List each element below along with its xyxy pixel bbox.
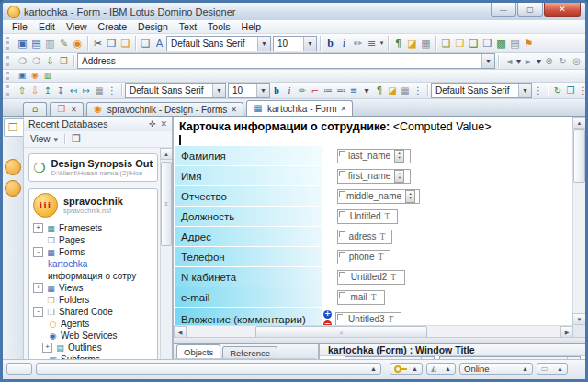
tree-item-shared-code[interactable]: - ❒ Shared Code xyxy=(33,306,155,318)
menu-view[interactable]: View xyxy=(61,21,93,32)
chevron-down-icon[interactable]: ▼ xyxy=(212,84,225,97)
list-item-spravochnik[interactable]: iii spravochnik spravochnik.nsf + ▦ Fram… xyxy=(28,188,158,371)
back-icon[interactable]: ◄ xyxy=(502,57,515,66)
menu-design[interactable]: Design xyxy=(132,21,174,32)
menu-create[interactable]: Create xyxy=(93,21,133,32)
chevron-down-icon[interactable]: ▼ xyxy=(257,37,270,51)
sidebar-scrollbar[interactable]: ▲ ≡ ▼ xyxy=(160,148,172,371)
font-family-combo[interactable]: Default Sans Serif ▼ xyxy=(166,36,271,51)
chevron-down-icon[interactable]: ▼ xyxy=(481,54,494,68)
flag-icon[interactable]: ⚑ xyxy=(522,39,536,49)
menu-text[interactable]: Text xyxy=(174,21,202,32)
field-box-untitled3[interactable]: Untitled3 T xyxy=(335,312,401,326)
italic-icon[interactable]: i xyxy=(283,86,296,96)
move-down-icon[interactable]: ↧ xyxy=(54,86,67,96)
forward-icon[interactable]: ► xyxy=(522,57,536,66)
pin-icon[interactable]: ✜ xyxy=(149,119,156,129)
preview-notes-icon[interactable]: ❐ xyxy=(564,86,577,96)
toolbar-grip[interactable] xyxy=(6,72,13,80)
hotspot-button-icon[interactable]: ❐ xyxy=(453,39,467,49)
page-properties-icon[interactable]: ▦ xyxy=(93,86,106,96)
popup-arrow-icon[interactable]: ▲ xyxy=(557,365,563,372)
tab-kartochka-form[interactable]: ▦ kartochka - Form ✕ xyxy=(246,100,353,116)
field-box-untitled2[interactable]: Untitled2 T xyxy=(337,270,405,285)
align-icon[interactable]: ≡ xyxy=(347,86,360,96)
toolbar-grip[interactable] xyxy=(6,85,13,96)
paragraph-marks-icon[interactable]: ¶ xyxy=(373,86,386,96)
replication-icon[interactable]: ▥ xyxy=(41,72,54,80)
tree-item-agents[interactable]: ○ Agents xyxy=(33,318,155,330)
status-security-segment[interactable]: ▲ xyxy=(390,363,423,375)
text-color-icon[interactable]: ✏ xyxy=(351,39,365,49)
chevron-down-icon[interactable]: ▼ xyxy=(303,37,316,51)
close-tab-icon[interactable]: ✕ xyxy=(341,105,347,113)
security-icon[interactable]: ◉ xyxy=(71,39,85,49)
hotspot-computed-icon[interactable]: ❒ xyxy=(481,39,494,49)
table-icon[interactable]: ▦ xyxy=(399,86,412,96)
status-message-segment[interactable]: ▲ xyxy=(36,363,381,375)
scrollbar-thumb[interactable] xyxy=(573,129,585,183)
database-bookmark-icon[interactable] xyxy=(5,159,21,175)
bold-icon[interactable]: b xyxy=(270,86,283,96)
table-icon[interactable]: ▦ xyxy=(419,39,433,49)
maximize-button[interactable]: ▢ xyxy=(517,3,543,17)
expander-icon[interactable]: + xyxy=(42,343,52,353)
status-signature-segment[interactable]: ◭▲ xyxy=(426,363,456,375)
list-item-design-synopsis[interactable]: ❍ Design Synopsis Outp D:\klient\Новая п… xyxy=(28,153,158,182)
close-icon[interactable]: ✕ xyxy=(160,119,167,129)
menu-file[interactable]: File xyxy=(6,21,33,32)
tree-item-informacia[interactable]: информация о сотру xyxy=(33,270,155,282)
bullet-list-icon[interactable]: ≔ xyxy=(322,86,334,96)
search-icon[interactable]: ❍ xyxy=(16,57,29,66)
move-up-icon[interactable]: ↥ xyxy=(41,86,54,96)
field-box-mail[interactable]: mail T xyxy=(337,290,385,305)
bold-icon[interactable]: b xyxy=(323,38,337,49)
paragraph-marks-icon[interactable]: ¶ xyxy=(391,39,405,49)
hotspot-action-icon[interactable]: ❑ xyxy=(467,39,481,49)
field-box-last-name[interactable]: last_name ▴▾ xyxy=(337,149,411,163)
tree-item-framesets[interactable]: + ▦ Framesets xyxy=(33,222,155,234)
expander-icon[interactable]: + xyxy=(33,283,43,293)
hotspot-link-icon[interactable]: ❏ xyxy=(439,39,453,49)
menu-help[interactable]: Help xyxy=(236,21,267,32)
copy-icon[interactable]: ❐ xyxy=(105,39,119,49)
tab-home[interactable]: ⌂ xyxy=(23,102,47,116)
close-tab-icon[interactable]: ✕ xyxy=(231,106,237,114)
popup-arrow-icon[interactable]: ▲ xyxy=(412,365,418,372)
chat-icon[interactable]: ❍ xyxy=(29,57,43,66)
expander-icon[interactable]: - xyxy=(33,307,43,317)
overflow-icon[interactable]: ⋮ xyxy=(532,86,545,96)
highlighter-icon[interactable]: ◪ xyxy=(405,39,419,49)
properties-icon[interactable]: ▣ xyxy=(16,39,29,49)
pencil-icon[interactable]: ✏ xyxy=(296,86,309,96)
scroll-up-icon[interactable]: ▲ xyxy=(160,148,172,160)
receive-icon[interactable]: ⇩ xyxy=(43,57,57,66)
minimize-button[interactable]: — xyxy=(491,3,516,17)
tree-item-web-services[interactable]: ◉ Web Services xyxy=(33,330,155,342)
menu-tools[interactable]: Tools xyxy=(202,21,236,32)
insert-icon[interactable]: ⌐ xyxy=(309,86,322,96)
popup-arrow-icon[interactable]: ▲ xyxy=(370,365,377,372)
signature-icon[interactable]: ✎ xyxy=(57,39,71,49)
stop-icon[interactable]: ⊗ xyxy=(542,57,556,66)
text-properties-icon[interactable]: A xyxy=(153,39,166,49)
font-size-combo[interactable]: 10 ▼ xyxy=(273,36,317,51)
field-box-first-name[interactable]: first_name ▴▾ xyxy=(337,169,411,184)
tab-bookmarks[interactable]: ❒ ✕ xyxy=(50,102,84,116)
format-painter-icon[interactable]: ❑ xyxy=(139,39,153,49)
tab-objects[interactable]: Objects xyxy=(176,344,220,358)
tree-item-kartochka[interactable]: kartochka xyxy=(33,258,155,270)
tab-spravochnik-design[interactable]: ◉ spravochnik - Design - Forms ✕ xyxy=(86,102,243,116)
overflow-icon[interactable]: ⋮ xyxy=(106,86,119,96)
title-bar[interactable]: kartochka - Form - IBM Lotus Domino Desi… xyxy=(3,3,585,20)
toolbar-grip[interactable] xyxy=(6,56,13,67)
expander-icon[interactable]: + xyxy=(33,223,43,233)
status-window-segment[interactable]: ▭▲ xyxy=(537,363,568,375)
preview-browser-icon[interactable]: ↻ xyxy=(551,86,564,96)
format-font-family-combo[interactable]: Default Sans Serif ▼ xyxy=(125,83,226,98)
tree-item-label[interactable]: kartochka xyxy=(48,259,87,269)
field-box-phone[interactable]: phone T xyxy=(337,250,390,264)
close-tab-icon[interactable]: ✕ xyxy=(71,106,77,114)
chevron-down-icon[interactable]: ▾ xyxy=(515,57,522,66)
scroll-up-icon[interactable]: ▲ xyxy=(572,117,586,129)
